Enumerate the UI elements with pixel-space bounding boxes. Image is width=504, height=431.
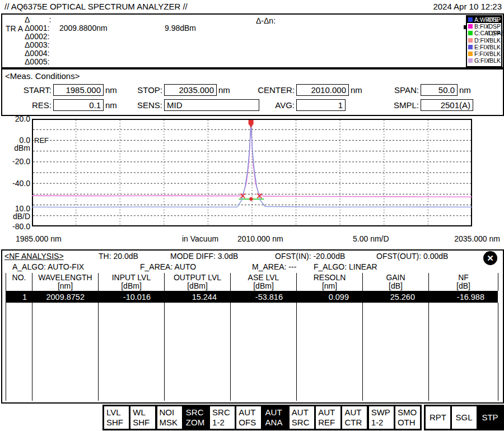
nf-mode-diff-param: MODE DIFF: 3.0dB xyxy=(170,252,238,261)
table-cell: -53.816 xyxy=(230,292,296,303)
span-input[interactable]: 50.0 xyxy=(421,84,458,96)
smpl-input[interactable]: 2501(A) xyxy=(421,99,473,111)
osa-screen: // AQ6375E OPTICAL SPECTRUM ANALYZER // … xyxy=(0,0,504,431)
chart-svg xyxy=(32,119,472,226)
column-unit: [dBm] xyxy=(99,282,164,290)
softkey-aut-ctr[interactable]: AUTCTR xyxy=(342,406,367,429)
table-header-cell: RESOLN[nm] xyxy=(297,273,363,291)
vacuum-label: in Vacuum xyxy=(182,234,218,243)
nf-f-algo-param: F_ALGO: LINEAR xyxy=(314,262,377,271)
nf-a-algo-param: A_ALGO: AUTO-FIX xyxy=(12,262,84,271)
column-name: NF xyxy=(429,274,498,282)
delta-rows: Δ :Δ0001:2009.8800nm9.98dBmΔ0002:Δ0003:Δ… xyxy=(25,16,196,66)
legend-item[interactable]: G:FIX/BLK xyxy=(467,57,501,64)
stop-field: STOP:2035.000nm xyxy=(130,84,230,96)
y-tick-neg80: -80.0 xyxy=(1,223,30,230)
x-axis-labels: 1985.000 nm in Vacuum 2010.000 nm 5.00 n… xyxy=(0,234,504,244)
trace-status: /DSP xyxy=(487,30,501,36)
table-header-cell: NO. xyxy=(6,273,32,291)
trace-status: /DSP xyxy=(487,16,501,23)
start-unit: nm xyxy=(105,84,117,95)
trace-color-swatch xyxy=(468,38,473,43)
y-tick-20: 20.0 xyxy=(1,115,30,123)
nf-table-row[interactable]: 12009.8752-10.01615.244-53.8160.09925.26… xyxy=(6,292,498,303)
column-name: GAIN xyxy=(363,274,428,282)
stop-unit: nm xyxy=(218,84,230,95)
res-input[interactable]: 0.1 xyxy=(53,99,104,111)
trace-info-panel: TR A Δ :Δ0001:2009.8800nm9.98dBmΔ0002:Δ0… xyxy=(1,13,504,68)
delta-marker-row: Δ0004: xyxy=(25,49,196,58)
column-unit: [nm] xyxy=(32,282,98,290)
legend-item[interactable]: E:FIX/BLK xyxy=(467,44,501,50)
column-unit: [dBm] xyxy=(165,282,230,290)
span-unit: nm xyxy=(459,84,471,95)
softkey-aut-ana[interactable]: AUTANA xyxy=(263,406,288,429)
softkey-swp-1-2[interactable]: SWP1-2 xyxy=(369,406,394,429)
delta-marker-row: Δ : xyxy=(25,16,196,24)
nf-ofst-out-param: OFST(OUT): 0.00dB xyxy=(376,252,448,261)
softkey-stp[interactable]: STP xyxy=(478,406,502,429)
legend-item[interactable]: A:WRITE/DSP xyxy=(467,16,501,23)
legend-item[interactable]: B:FIX/DSP xyxy=(467,23,501,30)
table-header-cell: WAVELENGTH[nm] xyxy=(32,273,99,291)
softkey-lvl-shf[interactable]: LVLSHF xyxy=(104,406,129,429)
y-scale-value: 10.0 xyxy=(1,205,30,212)
softkey-aut-src[interactable]: AUTSRC xyxy=(290,406,314,429)
softkey-aut-ofs[interactable]: AUTOFS xyxy=(236,406,261,429)
start-input[interactable]: 1985.000 xyxy=(53,84,104,96)
sens-input[interactable]: MID xyxy=(164,99,259,111)
avg-input[interactable]: 1 xyxy=(296,99,346,111)
softkey-src-zom[interactable]: SRCZOM xyxy=(184,406,208,429)
softkey-sgl[interactable]: SGL xyxy=(452,406,477,429)
table-body-cell xyxy=(99,303,165,401)
table-body-cell xyxy=(165,303,231,401)
legend-item[interactable]: F:FIX/BLK xyxy=(467,50,501,57)
legend-item[interactable]: D:FIX/BLK xyxy=(467,37,501,44)
close-icon[interactable]: ✕ xyxy=(483,251,497,265)
column-name: RESOLN xyxy=(297,274,362,282)
column-name: ASE LVL xyxy=(231,274,296,282)
legend-item[interactable]: C:CAL(PASE)/DSP xyxy=(467,30,501,36)
y-axis-unit: dBm xyxy=(1,144,30,152)
table-cell: -16.988 xyxy=(428,292,498,303)
center-input[interactable]: 2010.000 xyxy=(296,84,349,96)
trace-status: /BLK xyxy=(488,57,501,64)
table-header-cell: ASE LVL[dBm] xyxy=(231,273,297,291)
center-unit: nm xyxy=(351,84,362,95)
trace-color-swatch xyxy=(468,17,473,22)
delta-label: Δ0005: xyxy=(25,58,59,66)
softkey-bar: LVLSHFWLSHFNOIMSKSRCZOMSRC1-2AUTOFSAUTAN… xyxy=(0,405,504,431)
trace-status: /BLK xyxy=(488,37,501,44)
table-cell: 15.244 xyxy=(164,292,230,303)
table-body-cell xyxy=(429,303,498,401)
plot-area xyxy=(32,119,472,229)
meas-conditions-title: <Meas. Conditions> xyxy=(5,71,80,81)
softkey-noi-msk[interactable]: NOIMSK xyxy=(157,406,182,429)
softkey-wl-shf[interactable]: WLSHF xyxy=(130,406,155,429)
res-label: RES: xyxy=(12,99,52,110)
softkey-rpt[interactable]: RPT xyxy=(426,406,450,429)
avg-field: AVG:1 xyxy=(254,99,346,112)
column-unit: [dB] xyxy=(429,282,498,290)
trace-color-swatch xyxy=(468,58,473,63)
res-unit: nm xyxy=(105,99,117,110)
stop-input[interactable]: 2035.000 xyxy=(164,84,217,96)
trace-color-swatch xyxy=(468,31,473,35)
table-cell: 1 xyxy=(6,292,32,303)
title-bar: // AQ6375E OPTICAL SPECTRUM ANALYZER // … xyxy=(0,0,504,13)
softkey-smo-oth[interactable]: SMOOTH xyxy=(395,406,420,429)
center-field: CENTER:2010.000nm xyxy=(254,84,362,96)
column-name: NO. xyxy=(6,274,32,282)
sens-label: SENS: xyxy=(130,99,162,110)
delta-marker-row: Δ0002: xyxy=(25,33,196,41)
delta-label: Δ0002: xyxy=(25,33,59,41)
table-cell: 25.260 xyxy=(362,292,428,303)
delta-marker-row: Δ0005: xyxy=(25,58,196,66)
softkey-src-1-2[interactable]: SRC1-2 xyxy=(210,406,235,429)
x-per-div-label: 5.00 nm/D xyxy=(353,234,389,243)
softkey-aut-ref[interactable]: AUTREF xyxy=(316,406,340,429)
trace-color-swatch xyxy=(468,45,473,49)
trace-color-swatch xyxy=(468,52,473,56)
table-header-cell: OUTPUT LVL[dBm] xyxy=(165,273,231,291)
meas-conditions-panel: <Meas. Conditions> START:1985.000nm STOP… xyxy=(1,68,504,116)
